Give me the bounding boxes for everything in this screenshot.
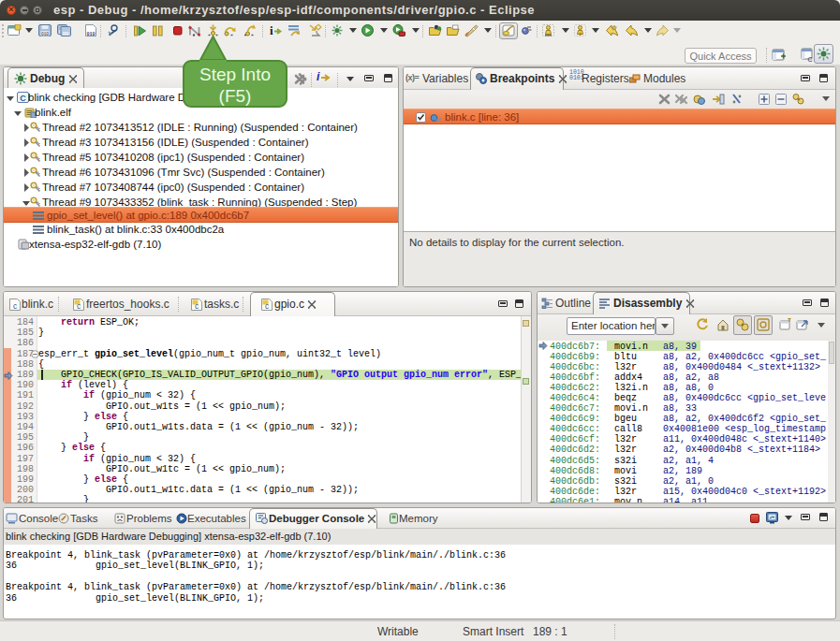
svg-text:C: C [20,94,26,103]
svg-text:C: C [807,56,812,63]
svg-text:010: 010 [41,32,49,36]
svg-text:010: 010 [86,32,95,37]
